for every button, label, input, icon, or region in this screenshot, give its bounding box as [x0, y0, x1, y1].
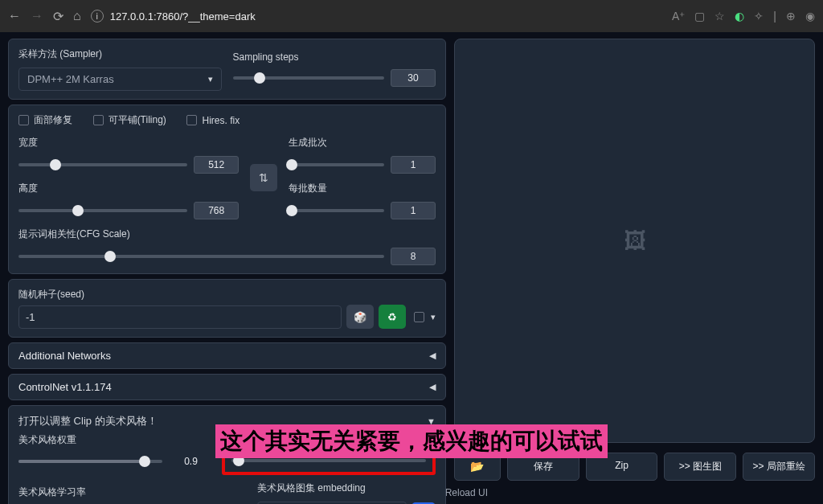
recycle-button[interactable]: ♻: [379, 305, 406, 329]
nav-refresh-icon[interactable]: ⟳: [53, 9, 63, 24]
batch-count-slider[interactable]: [289, 163, 384, 166]
cfg-slider[interactable]: [18, 255, 384, 258]
more-icon[interactable]: ⊕: [786, 10, 796, 23]
divider: |: [773, 10, 776, 23]
steps-slider[interactable]: [233, 76, 385, 80]
seed-label: 随机种子(seed): [18, 288, 436, 301]
batch-size-slider[interactable]: [289, 209, 384, 212]
clip-title: 打开以调整 Clip 的美术风格！: [18, 414, 158, 428]
tabs-icon[interactable]: ▢: [694, 10, 705, 23]
seed-block: 随机种子(seed) -1 🎲 ♻ ▾: [8, 279, 446, 338]
info-icon[interactable]: i: [91, 10, 104, 23]
extra-checkbox[interactable]: [414, 312, 424, 322]
video-subtitle: 这个其实无关紧要，感兴趣的可以试试: [215, 424, 608, 458]
sampler-block: 采样方法 (Sampler) DPM++ 2M Karras ▾ Samplin…: [8, 39, 446, 100]
clip-lr-label: 美术风格学习率: [18, 486, 137, 499]
extension-icon[interactable]: ◐: [735, 10, 744, 23]
seed-input[interactable]: -1: [18, 305, 342, 329]
dice-button[interactable]: 🎲: [346, 305, 374, 329]
batch-count-label: 生成批次: [289, 136, 436, 150]
sampler-dropdown[interactable]: DPM++ 2M Karras ▾: [18, 68, 222, 91]
favorite-icon[interactable]: ☆: [714, 10, 725, 23]
image-placeholder-icon: 🖼: [624, 227, 646, 254]
steps-label: Sampling steps: [233, 51, 436, 63]
triangle-left-icon: ◀: [429, 350, 436, 361]
width-label: 宽度: [18, 136, 239, 150]
width-value[interactable]: 512: [194, 156, 239, 174]
check-hires-fix[interactable]: Hires. fix: [186, 115, 240, 126]
clip-weight-label: 美术风格权重: [18, 433, 214, 447]
width-slider[interactable]: [18, 163, 187, 166]
url-text[interactable]: 127.0.0.1:7860/?__theme=dark: [110, 10, 256, 23]
swap-dimensions-button[interactable]: ⇅: [250, 164, 277, 191]
collapse-icon[interactable]: ▾: [431, 312, 436, 322]
batch-count-value[interactable]: 1: [391, 156, 436, 174]
cfg-label: 提示词相关性(CFG Scale): [18, 227, 436, 241]
accordion-controlnet[interactable]: ControlNet v1.1.174 ◀: [8, 374, 446, 400]
collections-icon[interactable]: ✧: [754, 10, 764, 23]
browser-toolbar: ← → ⟳ ⌂ i 127.0.0.1:7860/?__theme=dark A…: [0, 0, 823, 32]
footer-reload-link[interactable]: Reload UI: [445, 487, 488, 498]
height-slider[interactable]: [18, 209, 187, 212]
chevron-down-icon: ▾: [208, 74, 213, 84]
nav-back-icon[interactable]: ←: [8, 9, 21, 24]
inpaint-button[interactable]: >> 局部重绘: [743, 453, 815, 481]
options-block: 面部修复 可平铺(Tiling) Hires. fix 宽度 512: [8, 104, 446, 274]
batch-size-label: 每批数量: [289, 182, 436, 195]
nav-home-icon[interactable]: ⌂: [73, 9, 81, 24]
embed-label: 美术风格图集 embedding: [257, 481, 436, 495]
nav-forward-icon[interactable]: →: [31, 9, 43, 24]
height-value[interactable]: 768: [194, 202, 239, 219]
triangle-left-icon: ◀: [429, 382, 436, 392]
cfg-value[interactable]: 8: [391, 248, 436, 265]
steps-value[interactable]: 30: [391, 69, 436, 87]
clip-iter-slider[interactable]: [231, 459, 427, 462]
image-preview: 🖼: [454, 39, 815, 443]
img2img-button[interactable]: >> 图生图: [664, 453, 736, 481]
reader-icon[interactable]: A⁺: [672, 10, 685, 23]
accordion-additional-networks[interactable]: Additional Networks ◀: [8, 342, 446, 369]
batch-size-value[interactable]: 1: [391, 202, 436, 219]
check-face-restore[interactable]: 面部修复: [18, 113, 72, 127]
sampler-label: 采样方法 (Sampler): [18, 47, 222, 61]
clip-weight-value[interactable]: 0.9: [169, 453, 214, 469]
sampler-value: DPM++ 2M Karras: [27, 73, 114, 85]
clip-weight-slider[interactable]: [18, 460, 162, 463]
profile-icon[interactable]: ◉: [805, 10, 815, 23]
check-tiling[interactable]: 可平铺(Tiling): [93, 113, 166, 127]
height-label: 高度: [18, 182, 239, 195]
